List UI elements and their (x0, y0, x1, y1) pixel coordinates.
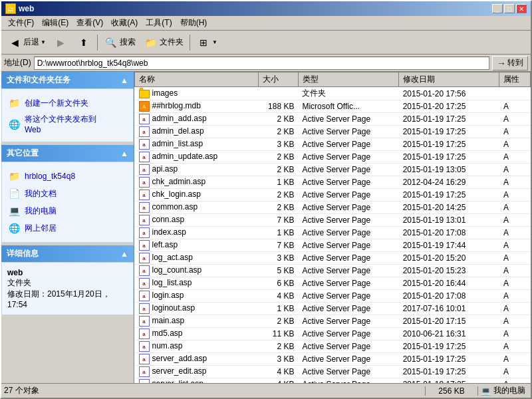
back-button[interactable]: ◀ 后退 ▼ (4, 33, 49, 52)
file-size: 2 KB (259, 164, 299, 176)
sidebar-item-new-folder[interactable]: 📁 创建一个新文件夹 (7, 94, 128, 112)
table-row[interactable]: aloginout.asp 1 KB Active Server Page 20… (135, 303, 531, 315)
file-attr: A (499, 340, 531, 353)
sidebar-item-publish-web[interactable]: 🌐 将这个文件夹发布到Web (7, 112, 128, 136)
minimize-button[interactable]: _ (492, 4, 503, 13)
table-row[interactable]: aadmin_add.asp 2 KB Active Server Page 2… (135, 113, 531, 126)
sidebar-section-details-title: 详细信息 (7, 248, 39, 259)
sidebar-item-hrblog[interactable]: 📁 hrblog_tk54q8 (7, 168, 128, 185)
file-attr: A (499, 378, 531, 384)
folder-button[interactable]: 📁 文件夹 (140, 33, 187, 52)
sidebar-section-details-header[interactable]: 详细信息 ▲ (1, 245, 134, 262)
file-type: Active Server Page (298, 290, 398, 303)
sidebar-collapse-icon-1: ▲ (120, 149, 128, 158)
sidebar-collapse-icon-2: ▲ (120, 249, 128, 259)
maximize-button[interactable]: □ (504, 4, 515, 13)
file-date: 2015-01-20 16:44 (399, 277, 499, 290)
file-type: Active Server Page (298, 378, 398, 384)
col-header-type[interactable]: 类型 (298, 72, 398, 87)
file-size: 11 KB (259, 328, 299, 340)
col-header-date[interactable]: 修改日期 (399, 72, 499, 87)
table-row[interactable]: aapi.asp 2 KB Active Server Page 2015-01… (135, 164, 531, 176)
file-size: 2 KB (259, 201, 299, 214)
file-date: 2015-01-20 17:15 (399, 315, 499, 328)
table-row[interactable]: aleft.asp 7 KB Active Server Page 2015-0… (135, 239, 531, 252)
menu-view[interactable]: 查看(V) (72, 16, 107, 30)
toolbar-sep-2 (190, 35, 190, 51)
file-size: 1 KB (259, 303, 299, 315)
sidebar-item-my-computer[interactable]: 💻 我的电脑 (7, 202, 128, 219)
file-attr: A (499, 113, 531, 126)
table-row[interactable]: aadmin_list.asp 3 KB Active Server Page … (135, 138, 531, 151)
file-list-container[interactable]: 名称 大小 类型 修改日期 属性 images 文件夹 2015-01-20 1… (134, 72, 531, 383)
file-name: aconn.asp (135, 214, 259, 227)
file-date: 2015-01-19 17:25 (399, 126, 499, 138)
my-computer-icon: 💻 (7, 204, 21, 217)
sidebar-section-file-tasks: 文件和文件夹任务 ▲ 📁 创建一个新文件夹 🌐 将这个文件夹发布到Web (1, 72, 134, 142)
table-row[interactable]: alogin.asp 4 KB Active Server Page 2015-… (135, 290, 531, 303)
menu-edit[interactable]: 编辑(E) (38, 16, 72, 30)
table-row[interactable]: aserver_list.asp 4 KB Active Server Page… (135, 378, 531, 384)
table-row[interactable]: alog_act.asp 3 KB Active Server Page 201… (135, 252, 531, 265)
forward-button[interactable]: ▶ (51, 33, 72, 52)
col-header-size[interactable]: 大小 (259, 72, 299, 87)
menu-favorites[interactable]: 收藏(A) (107, 16, 142, 30)
file-attr: A (499, 315, 531, 328)
table-row[interactable]: amd5.asp 11 KB Active Server Page 2010-0… (135, 328, 531, 340)
table-row[interactable]: amain.asp 2 KB Active Server Page 2015-0… (135, 315, 531, 328)
table-row[interactable]: aadmin_update.asp 2 KB Active Server Pag… (135, 151, 531, 164)
sidebar-section-file-tasks-header[interactable]: 文件和文件夹任务 ▲ (1, 72, 134, 88)
table-row[interactable]: aserver_edit.asp 4 KB Active Server Page… (135, 366, 531, 378)
file-attr: A (499, 201, 531, 214)
view-button[interactable]: ⊞ ▼ (193, 33, 221, 52)
table-row[interactable]: aserver_add.asp 3 KB Active Server Page … (135, 353, 531, 366)
search-button[interactable]: 🔍 搜索 (100, 33, 139, 52)
table-row[interactable]: achk_login.asp 2 KB Active Server Page 2… (135, 189, 531, 201)
file-type: Active Server Page (298, 277, 398, 290)
sidebar-item-network[interactable]: 🌐 网上邻居 (7, 219, 128, 237)
menu-file[interactable]: 文件(F) (4, 16, 38, 30)
file-date: 2015-01-19 17:25 (399, 151, 499, 164)
file-date: 2015-01-20 15:23 (399, 265, 499, 277)
file-date: 2015-01-19 17:25 (399, 366, 499, 378)
address-input[interactable] (34, 57, 489, 70)
forward-icon: ▶ (54, 35, 68, 50)
file-type: Active Server Page (298, 252, 398, 265)
sidebar-section-details-content: web 文件夹 修改日期：2015年1月20日，17:54 (1, 262, 134, 315)
file-type: Active Server Page (298, 265, 398, 277)
address-bar: 地址(D) → 转到 (1, 55, 531, 72)
file-name: aleft.asp (135, 239, 259, 252)
table-row[interactable]: aconn.asp 7 KB Active Server Page 2015-0… (135, 214, 531, 227)
file-type: Active Server Page (298, 315, 398, 328)
table-row[interactable]: A##hrblog.mdb 188 KB Microsoft Offic... … (135, 100, 531, 113)
sidebar-section-other-locations-header[interactable]: 其它位置 ▲ (1, 145, 134, 162)
table-row[interactable]: aadmin_del.asp 2 KB Active Server Page 2… (135, 126, 531, 138)
table-row[interactable]: images 文件夹 2015-01-20 17:56 (135, 87, 531, 100)
status-location-text: 我的电脑 (493, 385, 525, 396)
menu-tools[interactable]: 工具(T) (142, 16, 176, 30)
file-size: 4 KB (259, 366, 299, 378)
file-size: 2 KB (259, 340, 299, 353)
file-size: 5 KB (259, 265, 299, 277)
file-attr: A (499, 252, 531, 265)
col-header-name[interactable]: 名称 (135, 72, 259, 87)
go-button[interactable]: → 转到 (492, 56, 528, 70)
table-row[interactable]: acommon.asp 2 KB Active Server Page 2015… (135, 201, 531, 214)
table-row[interactable]: alog_list.asp 6 KB Active Server Page 20… (135, 277, 531, 290)
col-header-attr[interactable]: 属性 (499, 72, 531, 87)
file-type: Active Server Page (298, 176, 398, 189)
file-name: images (135, 87, 259, 100)
table-row[interactable]: aindex.asp 1 KB Active Server Page 2015-… (135, 227, 531, 239)
sidebar-item-network-label: 网上邻居 (25, 223, 57, 234)
file-type: Active Server Page (298, 113, 398, 126)
file-date: 2015-01-19 17:25 (399, 189, 499, 201)
table-row[interactable]: alog_count.asp 5 KB Active Server Page 2… (135, 265, 531, 277)
table-row[interactable]: achk_admin.asp 1 KB Active Server Page 2… (135, 176, 531, 189)
file-type: Active Server Page (298, 151, 398, 164)
table-row[interactable]: anum.asp 2 KB Active Server Page 2015-01… (135, 340, 531, 353)
file-size: 2 KB (259, 189, 299, 201)
close-button[interactable]: ✕ (516, 4, 527, 13)
sidebar-item-my-docs[interactable]: 📄 我的文档 (7, 185, 128, 202)
up-button[interactable]: ⬆ (73, 33, 94, 52)
menu-help[interactable]: 帮助(H) (176, 16, 211, 30)
